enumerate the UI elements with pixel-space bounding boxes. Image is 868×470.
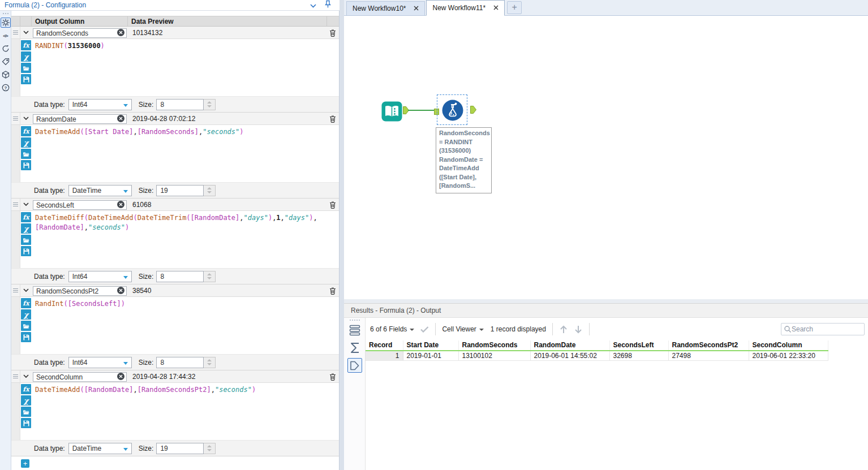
collapse-chevron-icon[interactable] bbox=[20, 27, 32, 38]
data-type-dropdown[interactable]: Int64 bbox=[68, 357, 132, 368]
fields-dropdown[interactable]: 6 of 6 Fields bbox=[370, 325, 429, 333]
collapse-chevron-icon[interactable] bbox=[20, 199, 32, 210]
data-type-dropdown[interactable]: Int64 bbox=[68, 99, 132, 110]
new-workflow-tab-button[interactable]: + bbox=[507, 1, 522, 14]
delete-column-button[interactable] bbox=[326, 115, 339, 123]
table-cell[interactable]: 13100102 bbox=[458, 351, 530, 361]
expression-editor[interactable]: RandInt([SecondsLeft]) bbox=[32, 297, 339, 354]
data-type-dropdown[interactable]: DateTime bbox=[68, 443, 132, 454]
gear-icon[interactable] bbox=[1, 18, 11, 28]
table-column-header[interactable]: SecondColumn bbox=[749, 340, 828, 351]
open-expression-button[interactable] bbox=[21, 321, 31, 331]
table-column-header[interactable]: Start Date bbox=[403, 340, 458, 351]
size-input[interactable] bbox=[156, 185, 204, 196]
size-stepper[interactable] bbox=[204, 185, 216, 196]
output-column-name-input[interactable] bbox=[33, 200, 127, 210]
metadata-icon[interactable] bbox=[347, 340, 362, 355]
chevron-down-icon[interactable] bbox=[310, 0, 316, 10]
search-input[interactable] bbox=[792, 325, 862, 333]
drag-handle-icon[interactable] bbox=[11, 27, 20, 38]
tag-icon[interactable] bbox=[1, 57, 11, 67]
output-anchor-icon[interactable] bbox=[347, 358, 362, 373]
results-splitter[interactable] bbox=[344, 299, 868, 303]
functions-button[interactable]: fx bbox=[21, 40, 31, 50]
table-cell[interactable]: 2019-06-01 22:33:20 bbox=[749, 351, 828, 361]
delete-column-button[interactable] bbox=[326, 373, 339, 381]
columns-button[interactable]: χ bbox=[21, 309, 31, 320]
save-expression-button[interactable] bbox=[21, 418, 31, 428]
table-cell[interactable]: 2019-06-01 14:55:02 bbox=[530, 351, 609, 361]
data-type-dropdown[interactable]: DateTime bbox=[68, 185, 132, 196]
size-stepper[interactable] bbox=[204, 99, 216, 110]
clear-icon[interactable] bbox=[117, 201, 124, 208]
input-tool-output-anchor[interactable] bbox=[403, 106, 409, 117]
delete-column-button[interactable] bbox=[326, 287, 339, 295]
grip-dots-icon[interactable] bbox=[3, 13, 8, 14]
size-stepper[interactable] bbox=[204, 443, 216, 454]
functions-button[interactable]: fx bbox=[21, 126, 31, 136]
check-icon[interactable] bbox=[420, 326, 429, 333]
expression-editor[interactable]: DateTimeDiff(DateTimeAdd(DateTimeTrim([R… bbox=[32, 211, 339, 268]
arrow-up-icon[interactable] bbox=[559, 325, 568, 334]
pin-icon[interactable] bbox=[324, 0, 332, 11]
columns-button[interactable]: χ bbox=[21, 223, 31, 234]
collapse-chevron-icon[interactable] bbox=[20, 284, 32, 296]
collapse-chevron-icon[interactable] bbox=[20, 113, 32, 124]
drag-handle-icon[interactable] bbox=[11, 199, 20, 210]
clear-icon[interactable] bbox=[117, 115, 124, 122]
size-input[interactable] bbox=[156, 271, 204, 282]
columns-button[interactable]: χ bbox=[21, 137, 31, 148]
columns-button[interactable]: χ bbox=[21, 395, 31, 406]
expression-editor[interactable]: DateTimeAdd([Start Date],[RandomSeconds]… bbox=[32, 125, 339, 182]
size-stepper[interactable] bbox=[204, 271, 216, 282]
delete-column-button[interactable] bbox=[326, 29, 339, 37]
tool-annotation[interactable]: RandomSeconds= RANDINT(31536000)RandomDa… bbox=[436, 127, 492, 193]
arrow-down-icon[interactable] bbox=[574, 325, 583, 334]
formula-tool-output-anchor[interactable] bbox=[470, 106, 476, 116]
add-column-button[interactable]: + bbox=[21, 459, 29, 468]
cell-viewer-dropdown[interactable]: Cell Viewer bbox=[442, 325, 483, 333]
rows-icon[interactable] bbox=[347, 323, 362, 338]
table-cell[interactable]: 2019-01-01 bbox=[403, 351, 458, 361]
panel-splitter[interactable] bbox=[340, 0, 344, 470]
size-input[interactable] bbox=[156, 99, 204, 110]
drag-handle-icon[interactable] bbox=[11, 284, 20, 296]
workflow-tab[interactable]: New Workflow10* bbox=[346, 1, 425, 15]
clear-icon[interactable] bbox=[117, 287, 124, 294]
code-icon[interactable]: </> bbox=[1, 31, 11, 41]
help-icon[interactable]: ? bbox=[1, 83, 11, 93]
table-column-header[interactable]: RandomDate bbox=[530, 340, 609, 351]
open-expression-button[interactable] bbox=[21, 149, 31, 159]
size-input[interactable] bbox=[156, 357, 204, 368]
table-column-header[interactable]: RandomSeconds bbox=[458, 340, 530, 351]
table-cell[interactable]: 32698 bbox=[609, 351, 668, 361]
clear-icon[interactable] bbox=[117, 29, 124, 36]
package-icon[interactable] bbox=[1, 70, 11, 80]
size-stepper[interactable] bbox=[204, 357, 216, 368]
grip-dots-icon[interactable] bbox=[350, 320, 360, 321]
formula-tool[interactable] bbox=[442, 100, 463, 121]
open-expression-button[interactable] bbox=[21, 407, 31, 417]
save-expression-button[interactable] bbox=[21, 246, 31, 256]
output-column-name-input[interactable] bbox=[33, 114, 127, 124]
expression-editor[interactable]: DateTimeAdd([RandomDate],[RandomSecondsP… bbox=[32, 383, 339, 440]
functions-button[interactable]: fx bbox=[21, 298, 31, 308]
table-column-header[interactable]: SecondsLeft bbox=[609, 340, 668, 351]
functions-button[interactable]: fx bbox=[21, 384, 31, 394]
open-expression-button[interactable] bbox=[21, 235, 31, 245]
close-icon[interactable] bbox=[493, 4, 499, 12]
delete-column-button[interactable] bbox=[326, 201, 339, 209]
text-input-tool[interactable] bbox=[381, 101, 402, 122]
table-column-header[interactable]: RandomSecondsPt2 bbox=[668, 340, 749, 351]
data-type-dropdown[interactable]: Int64 bbox=[68, 271, 132, 282]
output-column-name-input[interactable] bbox=[33, 286, 127, 296]
output-column-name-input[interactable] bbox=[33, 28, 127, 38]
drag-handle-icon[interactable] bbox=[11, 113, 20, 124]
table-cell[interactable]: 1 bbox=[366, 351, 403, 361]
save-expression-button[interactable] bbox=[21, 160, 31, 170]
size-input[interactable] bbox=[156, 443, 204, 454]
save-expression-button[interactable] bbox=[21, 74, 31, 84]
collapse-chevron-icon[interactable] bbox=[20, 370, 32, 382]
table-column-header[interactable]: Record bbox=[366, 340, 403, 351]
connection-wire[interactable] bbox=[408, 110, 436, 111]
